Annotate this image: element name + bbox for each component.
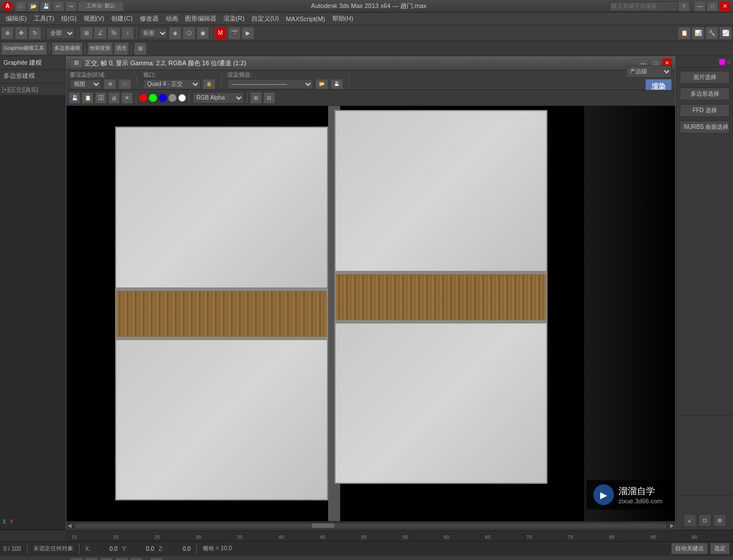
quick-render[interactable]: ▶: [242, 27, 254, 40]
select-tool[interactable]: ⊕: [1, 27, 14, 40]
scene-explorer[interactable]: 📋: [678, 27, 691, 40]
undo-icon[interactable]: ↩: [53, 1, 64, 11]
maximize-button[interactable]: □: [707, 1, 718, 11]
menu-customize[interactable]: 自定义(U): [248, 13, 282, 24]
help-icon[interactable]: ?: [678, 1, 689, 11]
hierarchy-icon[interactable]: ↙: [684, 514, 696, 527]
angle-snap[interactable]: ∠: [94, 27, 107, 40]
preset-load[interactable]: 📂: [316, 79, 328, 89]
green-channel-btn[interactable]: [149, 94, 157, 102]
render-area-btn2[interactable]: □: [119, 79, 131, 89]
channel-select[interactable]: RGB Alpha: [192, 92, 244, 104]
minimize-button[interactable]: —: [694, 1, 706, 11]
track-view[interactable]: 📈: [719, 27, 732, 40]
nurbs-select-btn[interactable]: NURBS 曲面选择: [680, 121, 730, 133]
graphite-btn-1[interactable]: Graphite建模工具: [1, 42, 47, 55]
menu-edit[interactable]: 编辑(E): [2, 13, 30, 24]
render-viewport[interactable]: ▶ 溜溜自学 zixue.3d66.com: [66, 106, 675, 521]
paint-deform[interactable]: 绘制变形: [88, 42, 113, 55]
spinner-snap[interactable]: ↕: [121, 27, 134, 40]
scrollbar-track[interactable]: [75, 523, 667, 528]
color-swatch[interactable]: [719, 59, 725, 65]
move-tool[interactable]: ✥: [15, 27, 27, 40]
layer-manager[interactable]: 📊: [692, 27, 704, 40]
preset-save[interactable]: 💾: [330, 79, 343, 89]
scrollbar-thumb[interactable]: [312, 523, 334, 528]
viewport-lock[interactable]: 🔒: [203, 79, 215, 89]
selection-filter[interactable]: 全部: [46, 27, 75, 39]
panel-left-wood: [116, 291, 327, 337]
save-image-btn[interactable]: 💾: [69, 92, 80, 104]
viewport-select[interactable]: Quad 4 - 正交: [143, 79, 200, 89]
workspace-select[interactable]: 工作台: 默认: [78, 1, 124, 11]
preset-select[interactable]: -----------------------------: [227, 79, 313, 89]
prev-frame-btn[interactable]: ◀: [85, 558, 98, 561]
watermark: ▶ 溜溜自学 zixue.3d66.com: [586, 480, 669, 510]
ffd-select-btn[interactable]: FFD 选择: [680, 104, 730, 117]
render-area-group: 要渲染的区域: 视图 ⊞ □: [70, 71, 131, 89]
face-select-btn[interactable]: 面片选择: [680, 71, 730, 84]
dialog-icon[interactable]: 🖼: [70, 59, 82, 68]
render-quality-select[interactable]: 产品级: [626, 65, 672, 78]
snaps-toggle[interactable]: ⊞: [80, 27, 93, 40]
mono-channel-btn[interactable]: [178, 94, 186, 102]
menu-help[interactable]: 帮助(H): [329, 13, 357, 24]
zoom-fit-btn[interactable]: ⊟: [263, 92, 275, 104]
menu-view[interactable]: 视图(V): [80, 13, 108, 24]
menu-render[interactable]: 渲染(R): [220, 13, 248, 24]
extra-tools[interactable]: 🔧: [706, 27, 718, 40]
toolbar-misc-3[interactable]: ◉: [196, 27, 209, 40]
red-channel-btn[interactable]: [139, 94, 147, 102]
print-image-btn[interactable]: 🖨: [108, 92, 120, 104]
menu-group[interactable]: 组(G): [58, 13, 80, 24]
title-bar: A □ 📂 💾 ↩ ↪ 工作台: 默认 Autodesk 3ds Max 201…: [0, 0, 733, 13]
select-btn[interactable]: 选定: [710, 543, 730, 554]
delete-image-btn[interactable]: ✕: [121, 92, 133, 104]
rotate-tool[interactable]: ↻: [29, 27, 41, 40]
menu-animation[interactable]: 动画: [162, 13, 182, 24]
alpha-channel-btn[interactable]: [168, 94, 176, 102]
search-input[interactable]: [609, 1, 678, 11]
menu-graph-editor[interactable]: 图形编辑器: [182, 13, 220, 24]
auto-key-btn[interactable]: 自动关键点: [671, 543, 708, 554]
material-editor[interactable]: M: [214, 27, 227, 40]
populate[interactable]: 填充: [114, 42, 129, 55]
blue-channel-btn[interactable]: [159, 94, 167, 102]
scroll-right-arrow[interactable]: ▶: [669, 523, 675, 529]
render-area-select[interactable]: 视图: [70, 79, 101, 89]
close-button[interactable]: ✕: [719, 1, 731, 11]
percent-snap[interactable]: %: [108, 27, 120, 40]
open-icon[interactable]: 📂: [27, 1, 39, 11]
key-mode-btn[interactable]: 🔑: [150, 558, 163, 561]
go-start-btn[interactable]: |◀: [70, 558, 83, 561]
viewport-group: 视口: Quad 4 - 正交 🔒: [143, 71, 215, 89]
sidebar-polygon-modeling[interactable]: 多边形建模: [0, 70, 65, 82]
polygon-select-btn[interactable]: 多边形选择: [680, 88, 730, 100]
menu-tools[interactable]: 工具(T): [30, 13, 58, 24]
menu-maxscript[interactable]: MAXScript(M): [282, 14, 328, 23]
go-end-btn[interactable]: ▶|: [130, 558, 143, 561]
render-type-select[interactable]: 矩形: [139, 27, 168, 39]
copy-image-btn[interactable]: 📋: [82, 92, 93, 104]
redo-icon[interactable]: ↪: [65, 1, 77, 11]
motion-icon[interactable]: ⊡: [699, 514, 711, 527]
scroll-left-arrow[interactable]: ◀: [66, 523, 73, 529]
zoom-in-btn[interactable]: ⊞: [250, 92, 262, 104]
menu-modifier[interactable]: 修改器: [136, 13, 162, 24]
save-icon[interactable]: 💾: [40, 1, 52, 11]
toolbar-misc-2[interactable]: ⬡: [183, 27, 195, 40]
grid-label: 栅格 = 10.0: [203, 545, 232, 553]
render-setup[interactable]: 🎬: [228, 27, 241, 40]
render-area-btn1[interactable]: ⊞: [104, 79, 116, 89]
toolbar-misc-1[interactable]: ◈: [169, 27, 182, 40]
next-frame-btn[interactable]: ▶: [115, 558, 128, 561]
new-icon[interactable]: □: [15, 1, 26, 11]
display-icon[interactable]: ⊞: [714, 514, 726, 527]
render-scrollbar[interactable]: ◀ ▶: [66, 521, 675, 529]
bg-swatch[interactable]: [726, 59, 732, 65]
extra-toolbar-btn[interactable]: ⊞: [134, 42, 147, 55]
polygon-modeling[interactable]: 多边形建模: [52, 42, 82, 55]
menu-create[interactable]: 创建(C): [108, 13, 136, 24]
play-btn[interactable]: ▶: [100, 558, 113, 561]
clone-image-btn[interactable]: ⿲: [95, 92, 107, 104]
